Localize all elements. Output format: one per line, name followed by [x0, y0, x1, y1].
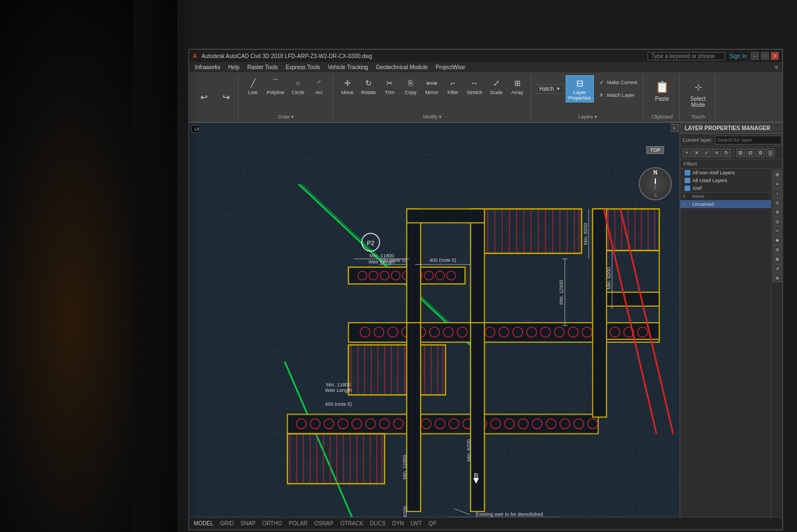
select-mode-btn[interactable]: ⊹ SelectMode	[684, 75, 712, 111]
person-silhouette	[0, 0, 177, 532]
side-btn-11[interactable]: ↺	[773, 264, 782, 273]
status-dyn[interactable]: DYN	[392, 520, 404, 526]
app-title: Autodesk AutoCAD Civil 3D 2018 LFD-ARP-Z…	[201, 53, 372, 59]
copy-btn[interactable]: ⎘ Copy	[401, 75, 421, 97]
title-bar: A Autodesk AutoCAD Civil 3D 2018 LFD-ARP…	[189, 50, 782, 62]
line-icon: ╱	[247, 77, 259, 89]
svg-text:400 (note 5): 400 (note 5)	[325, 401, 352, 407]
match-layer-label: Match Layer	[607, 92, 635, 98]
fillet-btn[interactable]: ⌐ Fillet	[443, 75, 463, 97]
sign-in-btn[interactable]: Sign In	[729, 53, 747, 59]
filter-checkbox-nonxref[interactable]	[685, 170, 690, 175]
compass-top-button[interactable]: TOP	[646, 146, 664, 154]
menu-express-tools[interactable]: Express Tools	[282, 63, 323, 71]
restore-btn[interactable]: □	[761, 52, 769, 60]
new-layer-btn[interactable]: +	[682, 148, 691, 157]
filter-on-btn[interactable]: ⊞	[736, 148, 745, 157]
layers-tools: Hatch ▼ ⊟ LayerProperties ✓ Make Current…	[536, 75, 640, 102]
array-icon: ⊞	[511, 77, 524, 89]
circle-label: Circle	[292, 90, 304, 95]
mirror-btn[interactable]: ⟺ Mirror	[422, 75, 442, 97]
redo-btn[interactable]: ↪	[216, 90, 236, 106]
filter-checkbox-used[interactable]	[685, 178, 690, 183]
menu-projectwise[interactable]: ProjectWise	[432, 63, 468, 71]
status-otrack[interactable]: OTRACK	[340, 520, 364, 526]
layer-properties-panel: LAYER PROPERTIES MANAGER Current layer: …	[680, 123, 782, 528]
cad-canvas[interactable]: − □ × Unnamed	[189, 123, 680, 528]
side-btn-2[interactable]: ≡	[773, 179, 782, 188]
layer-properties-btn[interactable]: ⊟ LayerProperties	[566, 75, 594, 102]
undo-btn[interactable]: ↩	[194, 90, 214, 106]
side-btn-7[interactable]: ✂	[773, 226, 782, 235]
close-btn[interactable]: ✕	[771, 52, 779, 60]
scale-icon: ⤢	[490, 77, 503, 89]
layer-search-input[interactable]	[715, 136, 782, 144]
line-btn[interactable]: ╱ Line	[243, 75, 263, 97]
column-settings-btn[interactable]: |||	[766, 148, 775, 157]
menu-geotechnical[interactable]: Geotechnical Module	[372, 63, 431, 71]
move-btn[interactable]: ✛ Move	[338, 75, 358, 97]
layer-settings-btn[interactable]: ⚙	[756, 148, 765, 157]
compass-needle	[655, 178, 656, 189]
side-btn-1[interactable]: ⊞	[773, 170, 782, 179]
side-btn-5[interactable]: ⚙	[773, 208, 782, 216]
layer-refresh-btn[interactable]: ↻	[722, 148, 731, 157]
filter-checkbox-xref[interactable]	[685, 185, 690, 191]
polyline-btn[interactable]: ⌒ Polyline	[264, 75, 287, 97]
side-btn-6[interactable]: ◎	[773, 217, 782, 226]
status-model[interactable]: MODEL	[194, 520, 214, 526]
filter-all-used[interactable]: All Used Layers	[680, 177, 771, 184]
status-ducs[interactable]: DUCS	[370, 520, 385, 526]
layer-states-btn[interactable]: ≡	[712, 148, 721, 157]
status-polar[interactable]: POLAR	[289, 520, 308, 526]
make-current-btn[interactable]: ✓ Make Current	[595, 77, 640, 89]
status-osnap[interactable]: OSNAP	[314, 520, 334, 526]
side-btn-3[interactable]: ↕	[773, 189, 782, 198]
filter-xref[interactable]: Xref	[680, 184, 771, 192]
set-current-btn[interactable]: ✓	[702, 148, 711, 157]
title-bar-left: A Autodesk AutoCAD Civil 3D 2018 LFD-ARP…	[193, 53, 372, 59]
side-btn-9[interactable]: ⊟	[773, 245, 782, 254]
status-lwt[interactable]: LWT	[411, 520, 422, 526]
arc-label: Arc	[315, 90, 323, 95]
rotate-btn[interactable]: ↻ Rotate	[359, 75, 379, 97]
delete-layer-btn[interactable]: ✕	[692, 148, 701, 157]
status-grid[interactable]: GRID	[220, 520, 234, 526]
status-snap[interactable]: SNAP	[241, 520, 256, 526]
arc-btn[interactable]: ◜ Arc	[309, 75, 329, 97]
status-ortho[interactable]: ORTHO	[262, 520, 282, 526]
side-btn-4[interactable]: ⊙	[773, 198, 782, 207]
filter-all-nonxref[interactable]: All non-Xref Layers	[680, 169, 771, 177]
copy-label: Copy	[405, 90, 417, 95]
layer-item-unnamed[interactable]: ✓ Unnamed	[680, 200, 771, 208]
array-btn[interactable]: ⊞ Array	[508, 75, 527, 97]
array-label: Array	[511, 90, 524, 95]
menu-vehicle-tracking[interactable]: Vehicle Tracking	[324, 63, 371, 71]
scale-btn[interactable]: ⤢ Scale	[487, 75, 506, 97]
hatch-dropdown[interactable]: Hatch ▼	[536, 84, 565, 94]
status-qp[interactable]: QP	[428, 520, 436, 526]
trim-btn[interactable]: ✂ Trim	[380, 75, 400, 97]
circle-btn[interactable]: ○ Circle	[288, 75, 308, 97]
move-icon: ✛	[341, 77, 354, 89]
svg-text:Min. 6200: Min. 6200	[606, 267, 612, 290]
match-layer-btn[interactable]: ≡ Match Layer	[595, 90, 640, 101]
stretch-btn[interactable]: ↔ Stretch	[464, 75, 485, 97]
filter-off-btn[interactable]: ⊟	[746, 148, 755, 157]
app-icon: A	[193, 53, 197, 59]
search-box[interactable]: Type a keyword or phrase	[648, 52, 725, 60]
minimize-btn[interactable]: ─	[751, 52, 759, 60]
copy-icon: ⎘	[405, 77, 417, 89]
side-btn-12[interactable]: ⊕	[773, 273, 782, 282]
menu-help[interactable]: Help	[225, 63, 243, 71]
touch-group: ⊹ SelectMode Touch	[681, 74, 716, 121]
side-btn-10[interactable]: ⊠	[773, 255, 782, 264]
paste-btn[interactable]: 📋 Paste	[648, 75, 676, 105]
panel-content: All non-Xref Layers All Used Layers Xref…	[680, 169, 782, 528]
rotate-label: Rotate	[361, 90, 376, 95]
menu-raster-tools[interactable]: Raster Tools	[244, 63, 281, 71]
side-btn-8[interactable]: ✚	[773, 236, 782, 245]
fillet-label: Fillet	[448, 90, 458, 95]
layer-list-header: S Name	[680, 192, 771, 200]
menu-infraworks[interactable]: Infraworks	[192, 63, 224, 71]
